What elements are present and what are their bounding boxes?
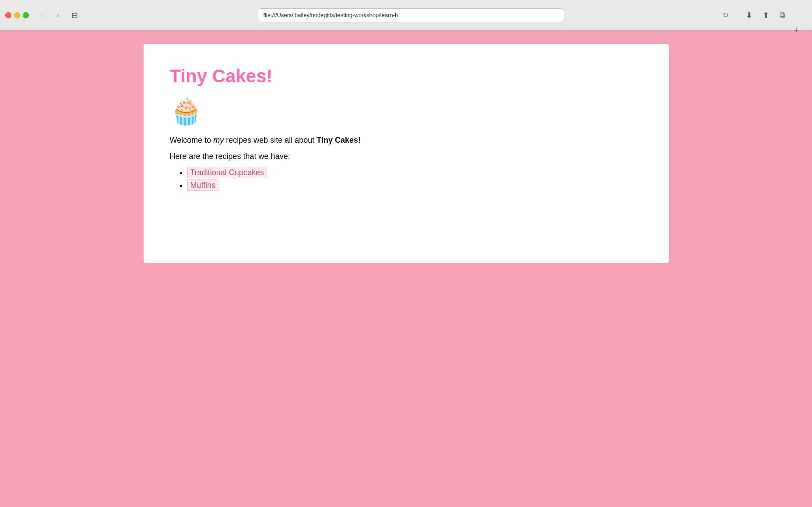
new-tab-button[interactable]: + xyxy=(790,24,802,36)
back-icon: ‹ xyxy=(41,11,43,19)
minimize-button[interactable] xyxy=(14,12,20,18)
toolbar-right: ⬇ ⬆ ⧉ xyxy=(742,8,789,22)
download-icon: ⬇ xyxy=(746,11,752,20)
download-button[interactable]: ⬇ xyxy=(742,8,756,22)
sidebar-icon: ⊟ xyxy=(71,11,78,20)
browser-chrome: ‹ › ⊟ file:///Users/lbailey/nodegirls/te… xyxy=(0,0,812,31)
forward-button[interactable]: › xyxy=(52,9,64,21)
reload-button[interactable]: ↻ xyxy=(719,9,731,21)
back-button[interactable]: ‹ xyxy=(36,9,48,21)
close-button[interactable] xyxy=(5,12,11,18)
recipes-intro: Here are the recipes that we have: xyxy=(170,152,643,161)
page-content: Tiny Cakes! 🧁 Welcome to my recipes web … xyxy=(144,44,669,263)
welcome-bold: Tiny Cakes! xyxy=(316,136,361,144)
traditional-cupcakes-link[interactable]: Traditional Cupcakes xyxy=(187,167,267,178)
recipes-list: Traditional Cupcakes Muffins xyxy=(187,168,643,190)
traffic-lights xyxy=(5,12,29,18)
welcome-italic: my xyxy=(213,136,224,144)
address-text: file:///Users/lbailey/nodegirls/testing-… xyxy=(264,12,398,18)
address-bar-container: file:///Users/lbailey/nodegirls/testing-… xyxy=(87,8,735,22)
reload-icon: ↻ xyxy=(723,11,728,19)
muffins-link[interactable]: Muffins xyxy=(187,180,219,191)
new-tab-icon: + xyxy=(794,25,799,36)
welcome-paragraph: Welcome to my recipes web site all about… xyxy=(170,136,643,145)
browser-body: Tiny Cakes! 🧁 Welcome to my recipes web … xyxy=(0,31,812,507)
cupcake-emoji: 🧁 xyxy=(170,95,643,127)
list-item: Muffins xyxy=(187,181,643,190)
sidebar-toggle-button[interactable]: ⊟ xyxy=(67,9,81,21)
welcome-prefix: Welcome to xyxy=(170,136,214,144)
tab-overview-icon: ⧉ xyxy=(780,11,785,20)
page-title: Tiny Cakes! xyxy=(170,66,643,87)
forward-icon: › xyxy=(56,11,59,19)
maximize-button[interactable] xyxy=(23,12,29,18)
address-bar[interactable]: file:///Users/lbailey/nodegirls/testing-… xyxy=(258,8,564,22)
share-icon: ⬆ xyxy=(763,11,769,20)
share-button[interactable]: ⬆ xyxy=(759,8,773,22)
tab-overview-button[interactable]: ⧉ xyxy=(775,8,789,22)
welcome-suffix: recipes web site all about xyxy=(224,136,316,144)
list-item: Traditional Cupcakes xyxy=(187,168,643,177)
